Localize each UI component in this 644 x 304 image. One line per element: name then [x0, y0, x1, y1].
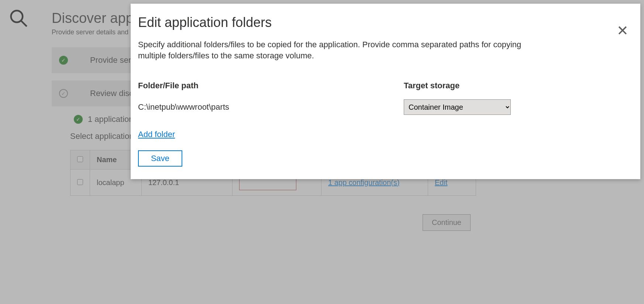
- target-storage-header: Target storage: [404, 81, 459, 90]
- save-button[interactable]: Save: [138, 150, 182, 167]
- add-folder-link[interactable]: Add folder: [138, 130, 175, 139]
- modal-overlay: Edit application folders ✕ Specify addit…: [0, 0, 644, 304]
- modal-title: Edit application folders: [138, 15, 625, 30]
- folder-path-value: C:\inetpub\wwwroot\parts: [138, 102, 389, 112]
- close-icon[interactable]: ✕: [617, 24, 628, 38]
- folder-path-header: Folder/File path: [138, 81, 389, 90]
- target-storage-select[interactable]: Container Image: [404, 99, 511, 115]
- modal-description: Specify additional folders/files to be c…: [138, 39, 526, 61]
- edit-folders-modal: Edit application folders ✕ Specify addit…: [131, 4, 640, 179]
